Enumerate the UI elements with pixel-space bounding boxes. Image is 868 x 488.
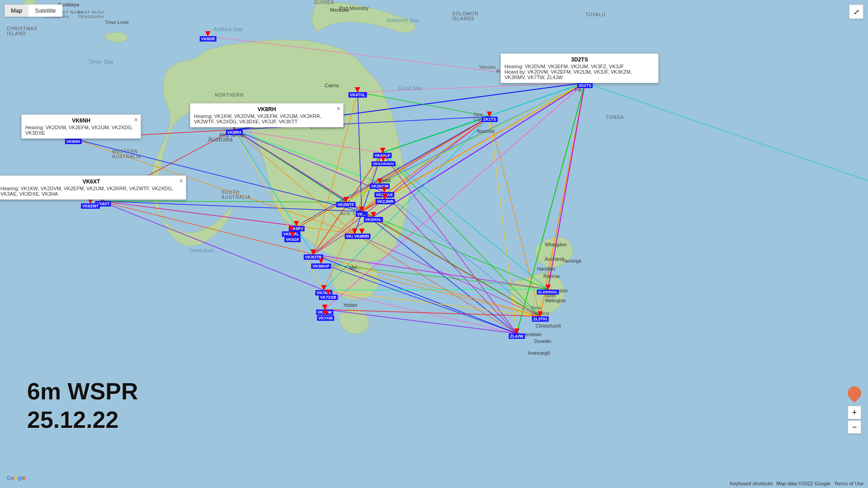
- map-type-map-btn[interactable]: Map: [5, 5, 28, 17]
- popup-vk6nh-close[interactable]: ×: [134, 117, 138, 123]
- popup-vk6xt-title: VK6XT: [0, 178, 182, 185]
- popup-vk6nh-hearing: Hearing: VK2DVM, VK2EFM, VK2IJM, VK2XDG,…: [25, 125, 137, 136]
- popup-3d2ts-hearing: Hearing: VK2DVM, VK2EFM, VK2IJM, VK3FZ, …: [505, 64, 655, 69]
- station-VK4JVK4UV[interactable]: VK4JVK4UV: [372, 156, 396, 166]
- map-title-line2: 25.12.22: [27, 406, 138, 434]
- popup-3d2ts-title: 3D2TS: [505, 56, 655, 63]
- station-VK7AM[interactable]: VK7AM: [317, 310, 334, 321]
- popup-vk6nh: × VK6NH Hearing: VK2DVM, VK2EFM, VK2IJM,…: [21, 114, 141, 139]
- popup-vk6xt-hearing: Hearing: VK1KW, VK2DVM, VK2EFM, VK2IJM, …: [0, 186, 182, 197]
- station-VK3MAP[interactable]: VK3MAP: [311, 258, 331, 269]
- popup-3d2ts: 3D2TS Hearing: VK2DVM, VK2EFM, VK2IJM, V…: [500, 53, 659, 83]
- station-VK7ZSB[interactable]: VK7ZSB: [319, 290, 338, 300]
- zoom-out-button[interactable]: −: [848, 420, 861, 434]
- google-logo: Google: [7, 475, 25, 481]
- station-ZL2005SVL[interactable]: ZL2005SVL: [537, 285, 559, 295]
- station-VK4TVL[interactable]: VK4TVL: [349, 87, 367, 98]
- keyboard-shortcuts-link[interactable]: Keyboard shortcuts: [730, 481, 773, 486]
- popup-vk8rh-close[interactable]: ×: [337, 105, 340, 112]
- zoom-in-button[interactable]: +: [848, 406, 861, 419]
- popup-vk8rh-title: VK8RH: [194, 106, 340, 113]
- station-ZL3TKI[interactable]: ZL3TKI: [532, 311, 549, 322]
- fullscreen-button[interactable]: ⤢: [849, 5, 863, 19]
- popup-vk8rh-hearing: Hearing: VK1KW, VK2DVM, VK2EFM, VK2IJM, …: [194, 113, 340, 124]
- station-VK6ZMT[interactable]: VK6ZMT: [81, 198, 100, 209]
- map-data-text: Map data ©2022 Google: [776, 481, 830, 486]
- map-container: ChristmasIsland Surabaya BALI WEST NUSAT…: [0, 0, 868, 488]
- station-VK2EFM[interactable]: VK...: [356, 206, 368, 217]
- station-VK2WTF[interactable]: VK2WTF: [336, 197, 356, 207]
- station-ZK1TS[interactable]: ZK1TS: [482, 112, 498, 122]
- map-type-satellite-btn[interactable]: Satellite: [28, 5, 62, 17]
- station-VK8RRI[interactable]: VK8RRI: [353, 229, 370, 239]
- terms-of-use-link[interactable]: Terms of Use: [834, 481, 863, 486]
- fullscreen-icon: ⤢: [854, 8, 859, 16]
- station-VK2JMR[interactable]: VK2JMR: [376, 194, 395, 204]
- map-title: 6m WSPR 25.12.22: [27, 377, 138, 434]
- zoom-controls: + −: [848, 406, 861, 434]
- popup-vk8rh: × VK8RH Hearing: VK1KW, VK2DVM, VK2EFM, …: [190, 103, 344, 127]
- popup-vk6xt: × VK6XT Hearing: VK1KW, VK2DVM, VK2EFM, …: [0, 175, 186, 200]
- map-type-toggle: Map Satellite: [5, 5, 62, 17]
- station-ZL4JW[interactable]: ZL4JW: [509, 328, 525, 339]
- map-title-line1: 6m WSPR: [27, 377, 138, 405]
- popup-vk6xt-close[interactable]: ×: [179, 178, 183, 184]
- popup-vk6nh-title: VK6NH: [25, 117, 137, 124]
- station-VK8DR[interactable]: VK8DR: [200, 31, 217, 42]
- bottom-bar: Keyboard shortcuts Map data ©2022 Google…: [725, 479, 868, 488]
- popup-3d2ts-heard-by: Heard by: VK2DVM, VK2EFM, VK2IJM, VK3JF,…: [505, 69, 655, 80]
- station-VK5GF[interactable]: VK5GF: [284, 232, 301, 242]
